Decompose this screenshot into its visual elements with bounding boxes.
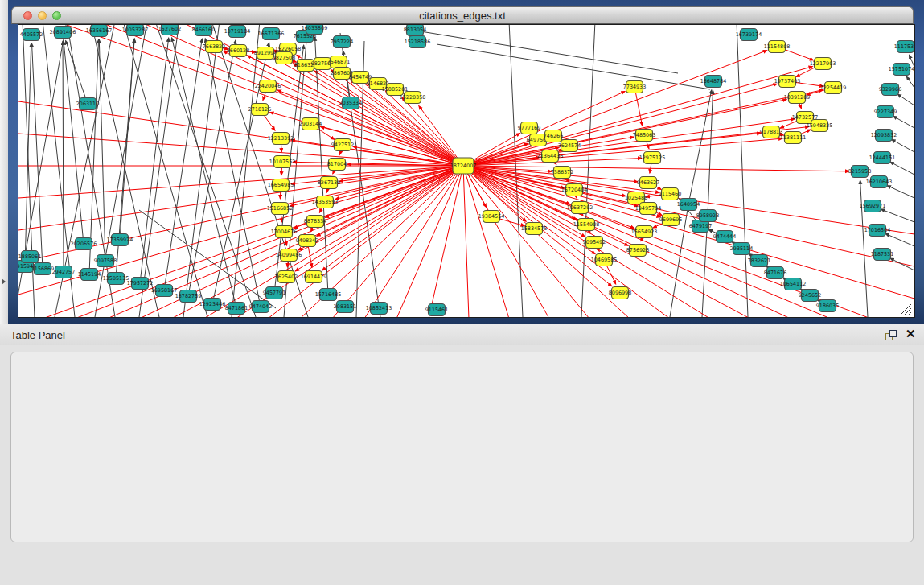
graph-node-label: 7625402 — [275, 274, 298, 280]
graph-node-label: 14099486 — [276, 252, 302, 258]
graph-node-label: 7832621 — [748, 257, 770, 264]
graph-node-label: 12093832 — [871, 132, 897, 138]
graph-node-label: 16210643 — [866, 179, 893, 185]
graph-node-label: 10852413 — [366, 305, 392, 311]
graph-node-label: 17016504 — [864, 227, 891, 233]
network-window-titlebar[interactable]: citations_edges.txt — [11, 6, 914, 24]
graph-node-label: 9186035 — [816, 303, 839, 309]
graph-node-label: 9827508 — [273, 55, 295, 61]
graph-node-label: 16033809 — [302, 25, 328, 31]
graph-node-label: 11381111 — [780, 134, 807, 141]
graph-node-label: 16958167 — [151, 287, 178, 294]
graph-node-label: 15716485 — [315, 291, 342, 298]
graph-node-label: 16654985 — [268, 182, 294, 188]
graph-node-label: 4405572 — [20, 31, 43, 38]
graph-node-label: 7546871 — [327, 59, 350, 65]
graph-node-label: 10654112 — [780, 281, 807, 287]
graph-node-label: 16671366 — [258, 31, 285, 37]
graph-node-label: 16914479 — [301, 274, 327, 280]
graph-node-label: 9245652 — [799, 292, 821, 299]
side-panel-divider[interactable] — [0, 0, 8, 324]
graph-node-label: 1885061 — [18, 253, 41, 260]
graph-node-label: 15948325 — [807, 122, 833, 129]
graph-node-label: 12923446 — [199, 301, 226, 307]
graph-node-label: 16356167 — [86, 27, 113, 34]
graph-node-label: 8813054 — [404, 27, 426, 33]
graph-node-label: 9097588 — [94, 257, 117, 264]
graph-node-label: 19737403 — [774, 78, 801, 84]
graph-node-label: 14353593 — [312, 199, 339, 205]
graph-node-label: 9227349 — [874, 109, 897, 115]
graph-node-label: 9115460 — [659, 191, 681, 197]
graph-node-label: 8878334 — [304, 218, 326, 225]
graph-node-label: 21364436 — [537, 153, 564, 159]
graph-node-label: 9498242 — [296, 237, 318, 244]
graph-node-label: 7734933 — [623, 84, 646, 90]
graph-node-label: 15654923 — [631, 229, 658, 235]
graph-node-label: 20891406 — [50, 29, 76, 35]
graph-node-label: 10053287 — [122, 27, 149, 33]
graph-node-label: 17957272 — [127, 280, 154, 286]
graph-node-label: 2063110 — [76, 101, 99, 107]
table-panel-body — [10, 352, 914, 542]
graph-node-label: 9474444 — [713, 233, 736, 240]
graph-node-label: 2035334 — [339, 100, 362, 106]
graph-node-label: 19495794 — [635, 205, 662, 212]
graph-node-label: 12254419 — [820, 84, 847, 91]
graph-node-label: 16648784 — [700, 78, 727, 84]
graph-node-label: 16739174 — [736, 31, 762, 38]
graph-node-label: 18724007 — [450, 163, 477, 169]
graph-node-label: 746266 — [544, 133, 563, 139]
graph-node-label: 16720404 — [561, 187, 588, 193]
network-view-background: citations_edges.txt 44055722089140616356… — [0, 0, 924, 324]
graph-node-label: 8958923 — [696, 212, 719, 219]
graph-node-label: 9457791 — [263, 290, 285, 296]
graph-node-label: 7386372 — [551, 169, 573, 175]
graph-node-label: 817004 — [327, 161, 347, 167]
graph-node-label: 20206576 — [71, 241, 97, 247]
graph-node-label: 9095492 — [583, 239, 606, 245]
graph-node-label: 1156869 — [31, 266, 54, 272]
graph-node-label: 8660128 — [227, 47, 249, 54]
graph-node-label: 15220358 — [400, 94, 426, 101]
graph-node-label: 22420046 — [255, 83, 281, 89]
graph-node-label: 6479197 — [689, 223, 712, 229]
float-panel-icon[interactable] — [885, 330, 897, 340]
graph-node-label: 2903144 — [299, 121, 322, 127]
graph-node-label: 2718126 — [248, 106, 271, 113]
graph-node-label: 16782759 — [175, 293, 202, 299]
graph-node-label: 11154808 — [764, 43, 791, 50]
panel-collapse-arrow-icon[interactable] — [2, 278, 6, 285]
graph-node-label: 17359924 — [107, 237, 133, 243]
graph-node-label: 9427512 — [331, 142, 354, 148]
graph-node-label: 12975125 — [639, 154, 666, 161]
graph-node-label: 15692971 — [860, 203, 886, 209]
graph-node-label: 10391209 — [784, 94, 811, 101]
window-title: citations_edges.txt — [12, 10, 913, 22]
graph-node-label: 9777169 — [518, 125, 540, 131]
graph-node-label: 8267130 — [318, 179, 340, 186]
graph-node-label: 2083151 — [334, 303, 356, 310]
graph-node-label: 13505135 — [103, 275, 129, 282]
network-svg[interactable]: 4405572208914061635616710053287152760284… — [18, 25, 914, 317]
graph-node-label: 1527602 — [158, 26, 181, 32]
table-panel: Table Panel ✕ ⚙ ▫✔ ▫✔ ✕ f(x) — [0, 324, 924, 585]
network-canvas[interactable]: 4405572208914061635616710053287152760284… — [18, 24, 915, 318]
graph-node-label: 10107552 — [269, 159, 296, 165]
graph-node-label: 12217903 — [810, 60, 836, 67]
graph-node-label: 9329966 — [879, 86, 901, 93]
graph-node-label: 1145194 — [78, 271, 101, 278]
graph-node-label: 9699695 — [659, 216, 682, 223]
table-panel-header: Table Panel ✕ — [0, 324, 924, 345]
graph-node-label: 15885201 — [382, 86, 409, 93]
close-panel-icon[interactable]: ✕ — [906, 327, 916, 341]
graph-node-label: 19384554 — [478, 213, 505, 220]
graph-node-label: 2935114 — [730, 245, 753, 252]
graph-node-label: 12213392 — [268, 135, 294, 142]
graph-node-label: 3624574 — [558, 142, 581, 149]
graph-node-label: 12444151 — [869, 154, 896, 161]
graph-node-label: 1025488 — [625, 195, 647, 201]
graph-node-label: 10469585 — [591, 257, 618, 263]
graph-node-label: 1187531 — [871, 251, 893, 257]
graph-node-label: 8466160 — [192, 27, 215, 33]
